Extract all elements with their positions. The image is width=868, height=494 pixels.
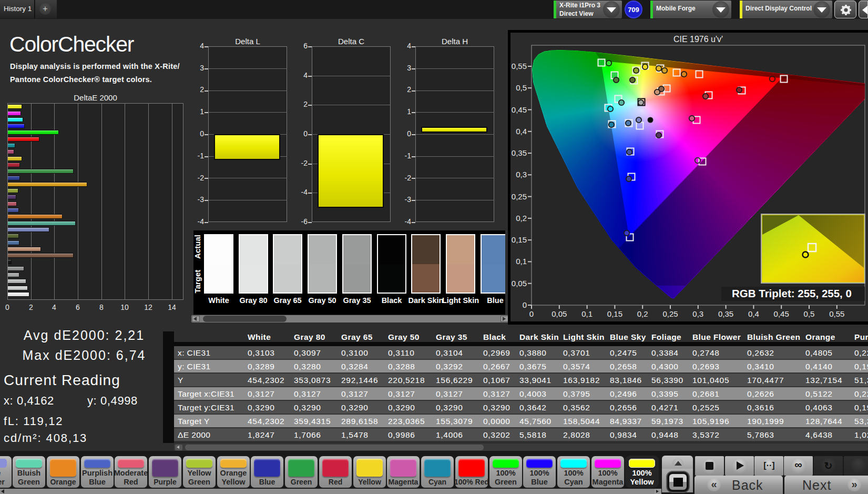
svg-text:0,15: 0,15 <box>607 309 622 318</box>
svg-text:0,35: 0,35 <box>718 309 733 318</box>
svg-text:RGB Triplet: 255, 255, 0: RGB Triplet: 255, 255, 0 <box>732 287 852 299</box>
svg-text:0,5: 0,5 <box>516 83 527 92</box>
svg-text:0,45: 0,45 <box>774 309 789 318</box>
svg-text:0,1: 0,1 <box>516 257 527 266</box>
svg-text:0,45: 0,45 <box>512 105 527 114</box>
svg-text:0,4: 0,4 <box>516 127 527 136</box>
svg-text:0,55: 0,55 <box>829 309 844 318</box>
svg-text:0,55: 0,55 <box>512 62 527 70</box>
svg-text:0,25: 0,25 <box>512 192 527 201</box>
svg-text:0,15: 0,15 <box>512 235 527 244</box>
svg-text:0: 0 <box>529 309 534 318</box>
svg-text:0,3: 0,3 <box>692 309 703 318</box>
svg-text:0,25: 0,25 <box>662 309 678 318</box>
svg-text:0,2: 0,2 <box>637 309 648 318</box>
svg-text:0,5: 0,5 <box>804 309 815 318</box>
svg-text:CIE 1976 u'v': CIE 1976 u'v' <box>673 35 723 44</box>
svg-text:0: 0 <box>523 300 527 309</box>
svg-text:0,35: 0,35 <box>512 148 527 157</box>
svg-text:0,05: 0,05 <box>512 279 527 288</box>
svg-text:0,3: 0,3 <box>516 170 527 179</box>
svg-text:0,1: 0,1 <box>581 309 593 318</box>
svg-text:0,2: 0,2 <box>516 214 527 223</box>
svg-text:0,05: 0,05 <box>552 309 567 318</box>
svg-text:0,4: 0,4 <box>748 309 759 318</box>
